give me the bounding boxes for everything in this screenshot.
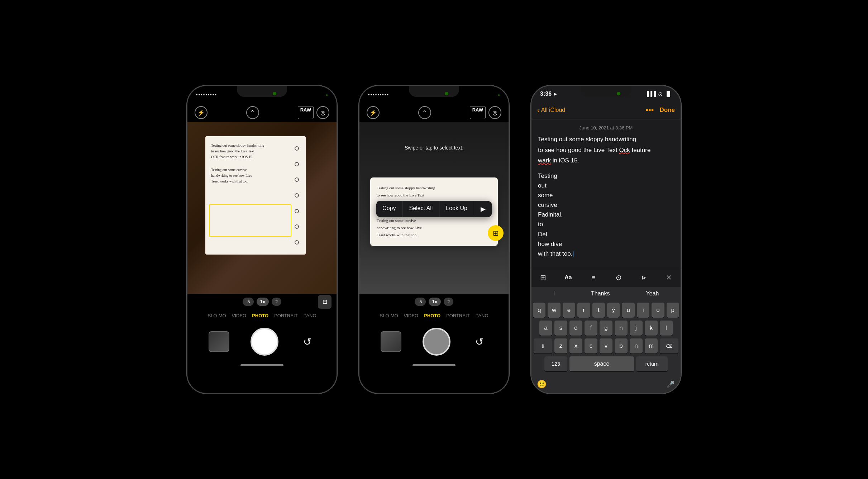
- live-button-2[interactable]: ◎: [488, 106, 501, 119]
- chevron-button[interactable]: ⌃: [246, 106, 259, 119]
- key-z[interactable]: z: [554, 338, 567, 354]
- kb-list-icon[interactable]: ≡: [587, 271, 600, 284]
- mode-photo-2[interactable]: PHOTO: [424, 313, 440, 318]
- zoom-05[interactable]: .5: [243, 298, 254, 306]
- mode-pano[interactable]: PANO: [304, 313, 316, 318]
- key-return[interactable]: return: [636, 356, 668, 371]
- key-space[interactable]: space: [569, 356, 634, 371]
- location-icon: ▶: [554, 91, 557, 96]
- mode-video[interactable]: VIDEO: [232, 313, 246, 318]
- emoji-row: 🙂 🎤: [531, 376, 681, 393]
- mode-photo[interactable]: PHOTO: [252, 313, 268, 318]
- flash-button-2[interactable]: ⚡: [367, 106, 380, 119]
- mode-pano-2[interactable]: PANO: [476, 313, 488, 318]
- key-123[interactable]: 123: [544, 356, 567, 371]
- context-copy[interactable]: Copy: [376, 201, 402, 217]
- notes-line-6: to: [538, 219, 674, 229]
- wifi-icon: ⊙: [658, 91, 663, 98]
- kb-text-icon[interactable]: Aa: [562, 271, 574, 284]
- zoom-controls-1: .5 1x 2 ⊞: [187, 294, 337, 309]
- kb-close-button[interactable]: ✕: [663, 271, 676, 284]
- key-i[interactable]: i: [637, 303, 649, 318]
- kb-camera-icon[interactable]: ⊙: [612, 271, 625, 284]
- live-text-fab-icon: ⊞: [493, 229, 499, 237]
- ocr-phone: ••••••••• ● ⚡ ⌃ RAW ◎ Sw: [359, 85, 509, 394]
- key-g[interactable]: g: [600, 321, 612, 336]
- shutter-button-2[interactable]: [423, 328, 450, 356]
- key-v[interactable]: v: [600, 338, 612, 354]
- key-s[interactable]: s: [554, 321, 567, 336]
- zoom-1x-2[interactable]: 1x: [429, 298, 441, 306]
- kb-grid-icon[interactable]: ⊞: [536, 271, 549, 284]
- notes-body-1: Testing out some sloppy handwriting to s…: [538, 135, 674, 165]
- key-d[interactable]: d: [569, 321, 582, 336]
- mode-slomo-2[interactable]: SLO-MO: [380, 313, 398, 318]
- photo-thumbnail-2[interactable]: [381, 331, 401, 352]
- mode-video-2[interactable]: VIDEO: [404, 313, 418, 318]
- raw-button-2[interactable]: RAW: [470, 106, 486, 119]
- shutter-button-1[interactable]: [251, 328, 278, 356]
- zoom-2x-2[interactable]: 2: [444, 298, 453, 306]
- quicktype-thanks[interactable]: Thanks: [584, 289, 617, 298]
- camera-modes-2: SLO-MO VIDEO PHOTO PORTRAIT PANO: [359, 309, 509, 322]
- key-u[interactable]: u: [622, 303, 634, 318]
- rotate-button-1[interactable]: ↺: [300, 334, 315, 350]
- key-l[interactable]: l: [660, 321, 673, 336]
- context-look-up[interactable]: Look Up: [439, 201, 474, 217]
- mode-portrait-2[interactable]: PORTRAIT: [446, 313, 470, 318]
- photo-thumbnail-1[interactable]: [209, 331, 229, 352]
- key-f[interactable]: f: [585, 321, 597, 336]
- key-shift[interactable]: ⇧: [534, 338, 552, 354]
- zoom-controls-2: .5 1x 2: [359, 294, 509, 309]
- raw-button[interactable]: RAW: [298, 106, 314, 119]
- zoom-1x[interactable]: 1x: [257, 298, 269, 306]
- keyboard-area: ⊞ Aa ≡ ⊙ ⊳ ✕ I Thanks Yeah: [531, 268, 681, 393]
- notes-line-2: out: [538, 181, 674, 190]
- key-m[interactable]: m: [645, 338, 658, 354]
- more-button[interactable]: •••: [645, 105, 654, 115]
- keyboard-toolbar: ⊞ Aa ≡ ⊙ ⊳ ✕: [531, 268, 681, 287]
- mic-button[interactable]: 🎤: [664, 378, 677, 391]
- key-c[interactable]: c: [585, 338, 597, 354]
- kb-row-1: q w e r t y u i o p: [533, 303, 679, 318]
- battery-icon: ▐▌: [665, 91, 672, 97]
- live-text-btn[interactable]: ⊞: [318, 295, 332, 309]
- key-o[interactable]: o: [652, 303, 664, 318]
- key-e[interactable]: e: [563, 303, 575, 318]
- key-h[interactable]: h: [615, 321, 628, 336]
- key-q[interactable]: q: [533, 303, 545, 318]
- zoom-05-2[interactable]: .5: [415, 298, 426, 306]
- live-icon: ◎: [320, 109, 325, 116]
- rotate-icon: ↺: [303, 336, 311, 348]
- key-r[interactable]: r: [577, 303, 590, 318]
- chevron-button-2[interactable]: ⌃: [418, 106, 431, 119]
- key-x[interactable]: x: [569, 338, 582, 354]
- key-a[interactable]: a: [539, 321, 552, 336]
- context-more[interactable]: ▶: [474, 201, 492, 217]
- key-k[interactable]: k: [645, 321, 658, 336]
- zoom-2x[interactable]: 2: [272, 298, 281, 306]
- key-j[interactable]: j: [630, 321, 643, 336]
- key-b[interactable]: b: [615, 338, 628, 354]
- key-y[interactable]: y: [607, 303, 620, 318]
- key-backspace[interactable]: ⌫: [660, 338, 678, 354]
- context-select-all[interactable]: Select All: [402, 201, 439, 217]
- rotate-button-2[interactable]: ↺: [472, 334, 487, 350]
- key-w[interactable]: w: [548, 303, 560, 318]
- back-button[interactable]: ‹ All iCloud: [537, 106, 565, 114]
- live-button[interactable]: ◎: [316, 106, 329, 119]
- done-button[interactable]: Done: [660, 106, 675, 114]
- quicktype-i[interactable]: I: [546, 289, 562, 298]
- mode-portrait[interactable]: PORTRAIT: [274, 313, 298, 318]
- emoji-button[interactable]: 🙂: [535, 378, 548, 391]
- live-text-fab[interactable]: ⊞: [488, 225, 504, 241]
- kb-send-icon[interactable]: ⊳: [638, 271, 650, 284]
- mode-slomo[interactable]: SLO-MO: [208, 313, 226, 318]
- notes-text-1: Testing out some sloppy handwriting: [538, 135, 674, 144]
- quicktype-yeah[interactable]: Yeah: [639, 289, 666, 298]
- key-n[interactable]: n: [630, 338, 643, 354]
- key-p[interactable]: p: [667, 303, 679, 318]
- dot-indicator: ●: [326, 93, 328, 97]
- flash-button[interactable]: ⚡: [195, 106, 208, 119]
- key-t[interactable]: t: [592, 303, 605, 318]
